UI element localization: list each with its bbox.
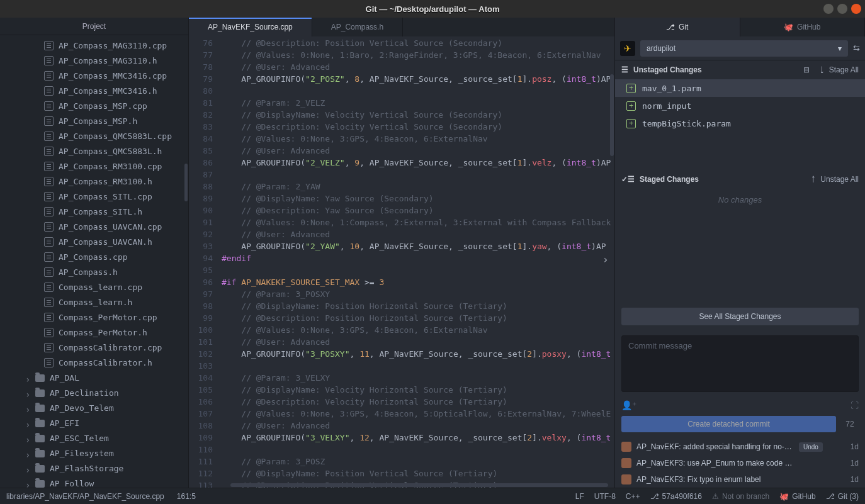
file-label: AP_Compass_MAG3110.cpp <box>59 41 167 50</box>
recent-commit-item[interactable]: AP_NavEKF3: use AP_Enum to make code cle… <box>615 455 865 471</box>
file-item[interactable]: AP_Compass_SITL.cpp <box>0 189 188 204</box>
unstage-all-button[interactable]: ⭡ Unstage All <box>810 175 859 184</box>
chevron-right-icon <box>25 481 30 486</box>
file-icon <box>44 298 54 307</box>
file-item[interactable]: AP_Compass_MSP.h <box>0 113 188 128</box>
commit-placeholder: Commit message <box>628 341 692 350</box>
added-icon: + <box>626 101 636 111</box>
avatar-icon <box>621 458 631 468</box>
file-item[interactable]: CompassCalibrator.h <box>0 355 188 370</box>
file-item[interactable]: AP_Compass_RM3100.h <box>0 174 188 189</box>
file-item[interactable]: AP_Compass_MMC3416.cpp <box>0 68 188 83</box>
check-list-icon: ✓☰ <box>621 175 635 184</box>
folder-label: AP_Declination <box>50 388 119 398</box>
repo-selector[interactable]: ardupilot ▾ <box>640 40 848 57</box>
file-item[interactable]: AP_Compass_MSP.cpp <box>0 98 188 113</box>
folder-label: AP_EFI <box>50 418 79 428</box>
unstaged-item[interactable]: +mav_0_1.parm <box>615 79 865 97</box>
folder-item[interactable]: AP_Devo_Telem <box>0 400 188 415</box>
file-tree[interactable]: AP_Compass_MAG3110.cppAP_Compass_MAG3110… <box>0 35 188 488</box>
window-minimize-button[interactable] <box>823 4 834 14</box>
folder-item[interactable]: AP_Filesystem <box>0 445 188 461</box>
stage-all-button[interactable]: ⭣ Stage All <box>818 65 859 74</box>
create-commit-button[interactable]: Create detached commit <box>621 416 836 432</box>
commit-message-input[interactable]: Commit message <box>621 335 859 392</box>
file-icon <box>44 177 54 186</box>
window-maximize-button[interactable] <box>837 4 847 14</box>
editor-tab[interactable]: AP_NavEKF_Source.cpp <box>189 18 312 36</box>
file-item[interactable]: AP_Compass_RM3100.cpp <box>0 159 188 174</box>
status-git[interactable]: ⎇ Git (3) <box>826 492 859 501</box>
status-position[interactable]: 161:5 <box>177 492 196 501</box>
code-scrollbar-h[interactable] <box>230 483 608 487</box>
status-language[interactable]: C++ <box>626 492 640 501</box>
folder-label: AP_Filesystem <box>50 449 114 458</box>
file-icon <box>44 358 54 367</box>
file-item[interactable]: Compass_PerMotor.h <box>0 325 188 340</box>
file-icon <box>44 207 54 216</box>
file-item[interactable]: Compass_learn.h <box>0 294 188 310</box>
tree-scrollbar[interactable] <box>184 164 188 201</box>
tab-git[interactable]: ⎇ Git <box>615 18 740 36</box>
folder-item[interactable]: AP_FlashStorage <box>0 461 188 476</box>
file-item[interactable]: AP_Compass_UAVCAN.cpp <box>0 219 188 234</box>
added-icon: + <box>626 119 636 128</box>
repo-logo-icon: ✈ <box>620 41 635 56</box>
folder-item[interactable]: AP_Declination <box>0 385 188 400</box>
window-close-button[interactable] <box>851 4 861 14</box>
file-icon <box>44 101 54 111</box>
unstaged-item[interactable]: +tempBigStick.param <box>615 115 865 132</box>
folder-item[interactable]: AP_DAL <box>0 370 188 385</box>
status-revision[interactable]: ⎇ 57a490f616 <box>650 492 702 501</box>
status-encoding[interactable]: UTF-8 <box>594 492 616 501</box>
unstaged-item[interactable]: +norm_input <box>615 97 865 115</box>
file-item[interactable]: AP_Compass_QMC5883L.h <box>0 143 188 159</box>
coauthor-icon[interactable]: 👤⁺ <box>621 400 636 410</box>
file-item[interactable]: CompassCalibrator.cpp <box>0 340 188 355</box>
chevron-right-icon <box>25 451 30 456</box>
editor-tabs: AP_NavEKF_Source.cppAP_Compass.h <box>189 18 614 36</box>
file-item[interactable]: AP_Compass_MMC3416.h <box>0 83 188 98</box>
folder-item[interactable]: AP_ESC_Telem <box>0 430 188 445</box>
expand-icon[interactable]: ⛶ <box>851 401 859 410</box>
file-item[interactable]: AP_Compass_MAG3110.cpp <box>0 38 188 53</box>
expand-chevron-icon[interactable]: › <box>602 254 613 264</box>
commit-age: 1d <box>851 459 859 468</box>
commit-age: 1d <box>851 475 859 484</box>
fetch-icon[interactable]: ⇆ <box>853 43 860 53</box>
chevron-right-icon <box>25 390 30 395</box>
folder-icon <box>35 480 45 488</box>
folder-icon <box>35 420 45 427</box>
folder-item[interactable]: AP_EFI <box>0 415 188 430</box>
code-scrollbar-v[interactable] <box>610 74 614 156</box>
file-label: AP_Compass_SITL.h <box>59 207 142 216</box>
code-content[interactable]: // @Description: Position Vertical Sourc… <box>218 36 614 488</box>
folder-icon <box>35 374 45 382</box>
file-item[interactable]: AP_Compass_SITL.h <box>0 204 188 219</box>
file-item[interactable]: AP_Compass_MAG3110.h <box>0 53 188 68</box>
status-github[interactable]: 🐙 GitHub <box>779 492 815 501</box>
status-path[interactable]: libraries/AP_NavEKF/AP_NavEKF_Source.cpp <box>6 492 164 501</box>
recent-commit-item[interactable]: AP_NavEKF: added special handling for no… <box>615 439 865 455</box>
file-label: AP_Compass.cpp <box>59 252 128 262</box>
undo-button[interactable]: Undo <box>799 442 823 452</box>
file-item[interactable]: AP_Compass_UAVCAN.h <box>0 234 188 249</box>
file-item[interactable]: AP_Compass.h <box>0 264 188 279</box>
file-item[interactable]: Compass_learn.cpp <box>0 279 188 294</box>
git-branch-icon: ⎇ <box>826 492 835 501</box>
tab-github[interactable]: 🐙 GitHub <box>740 18 866 36</box>
file-item[interactable]: AP_Compass_QMC5883L.cpp <box>0 128 188 143</box>
folder-item[interactable]: AP_Follow <box>0 476 188 488</box>
editor-tab[interactable]: AP_Compass.h <box>312 18 403 36</box>
status-eol[interactable]: LF <box>575 492 584 501</box>
file-item[interactable]: Compass_PerMotor.cpp <box>0 310 188 325</box>
recent-commit-item[interactable]: AP_NavEKF3: Fix typo in enum label1d <box>615 471 865 488</box>
file-label: Compass_learn.cpp <box>59 283 142 292</box>
collapse-icon[interactable]: ⊟ <box>803 65 810 74</box>
file-item[interactable]: AP_Compass.cpp <box>0 249 188 264</box>
status-no-branch[interactable]: ⚠ Not on branch <box>712 492 769 501</box>
file-label: AP_Compass_MSP.cpp <box>59 101 147 111</box>
chevron-down-icon: ▾ <box>838 44 842 53</box>
file-label: AP_Compass_MSP.h <box>59 116 137 126</box>
see-all-staged-button[interactable]: See All Staged Changes <box>621 308 859 325</box>
